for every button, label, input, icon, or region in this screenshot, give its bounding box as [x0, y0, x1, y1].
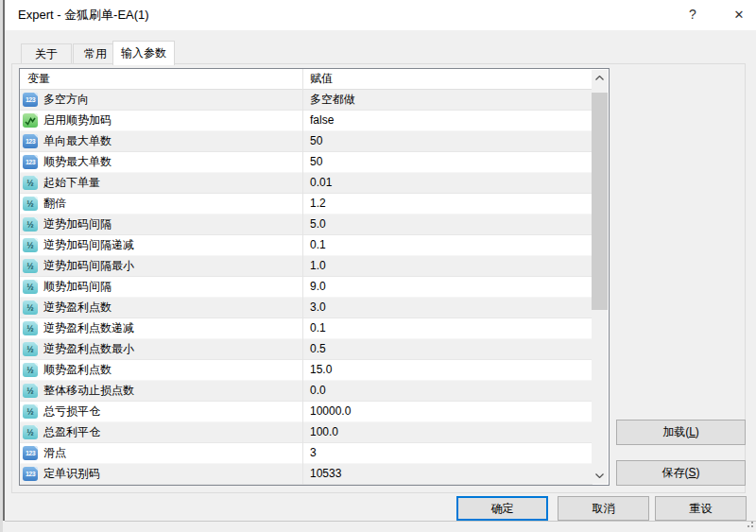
parameter-value[interactable]: 50 — [310, 131, 322, 151]
double-param-icon: ½ — [23, 176, 38, 190]
parameter-row[interactable]: ½ 顺势加码间隔 9.0 — [20, 277, 593, 298]
table-header-row: 变量 赋值 — [20, 69, 593, 90]
parameter-value[interactable]: 10000.0 — [310, 402, 351, 421]
parameter-row[interactable]: ½ 总亏损平仓 10000.0 — [20, 402, 593, 422]
parameter-value[interactable]: 3.0 — [310, 298, 326, 317]
cancel-button[interactable]: 取消 — [558, 496, 649, 521]
parameters-table: 变量 赋值 123 多空方向 多空都做 启用顺势加码 false 123 单向最… — [19, 68, 610, 486]
double-param-icon: ½ — [23, 259, 38, 273]
parameter-value[interactable]: 0.0 — [310, 381, 326, 401]
column-divider — [302, 152, 303, 173]
boolean-param-icon — [23, 113, 38, 128]
parameter-name: 逆势加码间隔最小 — [43, 256, 134, 276]
parameter-value[interactable]: 1.2 — [310, 194, 326, 214]
column-divider — [302, 131, 303, 152]
double-param-icon: ½ — [23, 321, 38, 335]
column-divider — [302, 381, 303, 402]
save-button[interactable]: 保存(S) — [616, 460, 746, 486]
parameter-name: 滑点 — [43, 443, 66, 463]
parameter-name: 逆势盈利点数最小 — [43, 339, 134, 359]
parameter-value[interactable]: 0.01 — [310, 173, 332, 193]
parameter-row[interactable]: 123 多空方向 多空都做 — [20, 90, 593, 111]
parameter-row[interactable]: ½ 总盈利平仓 100.0 — [20, 422, 593, 443]
parameter-name: 起始下单量 — [43, 173, 100, 193]
column-divider — [302, 256, 303, 277]
vertical-scrollbar[interactable] — [592, 70, 608, 484]
parameter-name: 定单识别码 — [43, 464, 100, 484]
parameter-name: 逆势盈利点数 — [43, 298, 112, 317]
parameter-value[interactable]: 100.0 — [310, 422, 338, 442]
parameter-row[interactable]: ½ 顺势盈利点数 15.0 — [20, 360, 593, 381]
parameter-row[interactable]: 启用顺势加码 false — [20, 111, 593, 131]
column-header-value: 赋值 — [310, 69, 333, 89]
parameter-row[interactable]: ½ 整体移动止损点数 0.0 — [20, 381, 593, 402]
parameter-value[interactable]: 50 — [310, 152, 322, 172]
parameter-row[interactable]: 123 单向最大单数 50 — [20, 131, 593, 152]
parameter-value[interactable]: 0.5 — [310, 339, 326, 359]
parameter-value[interactable]: 10533 — [310, 464, 341, 484]
double-param-icon: ½ — [23, 384, 38, 398]
parameter-value[interactable]: 0.1 — [310, 235, 326, 255]
number-param-icon: 123 — [23, 134, 38, 148]
column-divider — [302, 173, 303, 194]
column-divider — [302, 277, 303, 298]
parameter-value[interactable]: 15.0 — [310, 360, 332, 380]
parameter-row[interactable]: 123 顺势最大单数 50 — [20, 152, 593, 173]
parameter-name: 翻倍 — [43, 194, 66, 214]
scrollbar-down-icon[interactable] — [592, 468, 608, 484]
titlebar: Expert - 金狐刷单-EA(1) ? ✕ — [5, 0, 756, 30]
number-param-icon: 123 — [23, 446, 38, 460]
parameter-row[interactable]: ½ 逆势盈利点数最小 0.5 — [20, 339, 593, 360]
parameter-row[interactable]: 123 滑点 3 — [20, 443, 593, 464]
number-param-icon: 123 — [23, 155, 38, 169]
parameters-list: 变量 赋值 123 多空方向 多空都做 启用顺势加码 false 123 单向最… — [20, 69, 593, 485]
parameter-value[interactable]: 3 — [310, 443, 317, 463]
resize-grip[interactable] — [744, 522, 753, 530]
column-divider — [302, 464, 303, 485]
parameter-row[interactable]: ½ 逆势加码间隔 5.0 — [20, 215, 593, 235]
column-divider — [302, 360, 303, 381]
parameter-name: 逆势加码间隔 — [43, 215, 112, 234]
load-button[interactable]: 加载(L) — [616, 420, 746, 445]
parameter-row[interactable]: ½ 起始下单量 0.01 — [20, 173, 593, 194]
number-param-icon: 123 — [23, 467, 38, 481]
tab-common[interactable]: 常用 — [73, 43, 118, 64]
column-divider — [302, 194, 303, 215]
number-param-icon: 123 — [23, 93, 38, 107]
column-divider — [302, 318, 303, 339]
parameter-row[interactable]: 123 定单识别码 10533 — [20, 464, 593, 485]
column-divider — [302, 215, 303, 235]
parameter-row[interactable]: ½ 逆势加码间隔最小 1.0 — [20, 256, 593, 277]
column-divider — [302, 90, 303, 111]
parameter-value[interactable]: 9.0 — [310, 277, 326, 297]
double-param-icon: ½ — [23, 217, 38, 232]
parameter-value[interactable]: 0.1 — [310, 318, 326, 338]
column-divider — [302, 298, 303, 318]
double-param-icon: ½ — [23, 425, 38, 439]
parameter-name: 顺势最大单数 — [43, 152, 112, 172]
scrollbar-thumb[interactable] — [592, 93, 608, 310]
column-header-variable: 变量 — [27, 69, 50, 89]
reset-button[interactable]: 重设 — [655, 496, 747, 521]
column-divider[interactable] — [302, 69, 303, 90]
tab-input-parameters[interactable]: 输入参数 — [112, 41, 175, 65]
double-param-icon: ½ — [23, 300, 38, 315]
parameter-name: 逆势加码间隔递减 — [43, 235, 134, 255]
parameter-value[interactable]: 5.0 — [310, 215, 326, 234]
parameter-row[interactable]: ½ 翻倍 1.2 — [20, 194, 593, 215]
parameter-row[interactable]: ½ 逆势盈利点数递减 0.1 — [20, 318, 593, 339]
parameter-name: 整体移动止损点数 — [43, 381, 134, 401]
help-button[interactable]: ? — [671, 0, 714, 29]
parameter-row[interactable]: ½ 逆势加码间隔递减 0.1 — [20, 235, 593, 256]
parameter-value[interactable]: 多空都做 — [310, 90, 355, 110]
tab-about[interactable]: 关于 — [21, 43, 72, 64]
column-divider — [302, 111, 303, 131]
parameter-row[interactable]: ½ 逆势盈利点数 3.0 — [20, 298, 593, 318]
column-divider — [302, 422, 303, 443]
scrollbar-up-icon[interactable] — [592, 70, 608, 86]
parameter-name: 顺势盈利点数 — [43, 360, 112, 380]
close-icon[interactable]: ✕ — [717, 0, 756, 29]
ok-button[interactable]: 确定 — [456, 496, 548, 521]
parameter-value[interactable]: false — [310, 111, 334, 130]
parameter-value[interactable]: 1.0 — [310, 256, 326, 276]
